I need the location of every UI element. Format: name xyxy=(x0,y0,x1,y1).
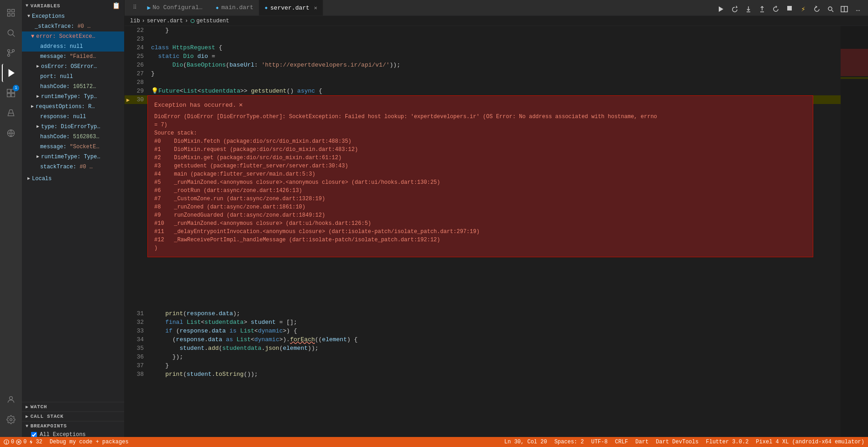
svg-point-4 xyxy=(8,30,13,35)
extensions-icon[interactable]: 1 xyxy=(2,84,20,102)
split-editor-button[interactable] xyxy=(838,3,851,16)
svg-line-5 xyxy=(13,35,15,37)
server-dart-label: server.dart xyxy=(270,5,309,11)
svg-marker-32 xyxy=(30,440,32,445)
debug-session-item[interactable]: Debug my code + packages xyxy=(50,439,129,445)
minimap xyxy=(841,26,868,437)
cursor-position[interactable]: Ln 30, Col 20 xyxy=(504,439,547,445)
grip-button[interactable]: ⠿ xyxy=(128,1,141,14)
watch-section: ▶ WATCH xyxy=(22,402,124,411)
no-config-tab[interactable]: ▶ No Configural… xyxy=(143,0,207,16)
full-reload-button[interactable] xyxy=(810,3,823,16)
line-25: 25 static Dio dio = xyxy=(125,52,841,61)
exception-body: DioError (DioError [DioErrorType.other]:… xyxy=(154,113,806,252)
message-item[interactable]: message: "Failed… xyxy=(22,52,124,62)
main-dart-tab[interactable]: ◆ main.dart xyxy=(210,0,259,16)
step-over-button[interactable] xyxy=(728,3,741,16)
settings-icon[interactable] xyxy=(2,411,20,429)
svg-rect-10 xyxy=(7,89,11,93)
more-actions-button[interactable]: … xyxy=(852,3,864,16)
debug-run-icon[interactable] xyxy=(2,64,20,82)
source-control-icon[interactable] xyxy=(2,44,20,62)
breakpoints-label: BREAKPOINTS xyxy=(31,423,67,429)
hashcode2-item[interactable]: hashCode: 5162863… xyxy=(22,132,124,142)
cursor-position-label: Ln 30, Col 20 xyxy=(504,439,547,445)
stop-button[interactable] xyxy=(783,3,796,16)
run-icon: ▶ xyxy=(147,4,151,11)
server-dart-tab[interactable]: ◆ server.dart ✕ xyxy=(259,0,323,16)
hashcode1-item[interactable]: hashCode: 105172… xyxy=(22,82,124,92)
indentation-item[interactable]: Spaces: 2 xyxy=(554,439,584,445)
error-icon xyxy=(16,439,21,445)
variables-section-header[interactable]: ▼ VARIABLES 📋 xyxy=(22,0,124,11)
indentation-label: Spaces: 2 xyxy=(554,439,584,445)
account-icon[interactable] xyxy=(2,390,20,409)
line-35: 35 student.add(studentdata.json(element)… xyxy=(125,344,841,353)
dart-devtools-item[interactable]: Dart DevTools xyxy=(656,439,699,445)
line-33: 33 if (response.data is List<dynamic>) { xyxy=(125,327,841,335)
line-ending-item[interactable]: CRLF xyxy=(615,439,628,445)
svg-rect-2 xyxy=(8,14,10,16)
debug-indicator[interactable]: 0 0 32 xyxy=(4,439,42,445)
exception-close-button[interactable]: ✕ xyxy=(239,100,242,110)
explorer-icon[interactable] xyxy=(2,4,20,22)
activity-bar-bottom xyxy=(2,390,20,429)
remote-icon[interactable] xyxy=(2,124,20,142)
variables-action[interactable]: 📋 xyxy=(112,2,120,10)
runtime-type2-item[interactable]: ▶ runtimeType: Type… xyxy=(22,152,124,162)
breadcrumb-lib[interactable]: lib xyxy=(130,18,140,24)
svg-point-8 xyxy=(12,50,15,52)
main-dart-label: main.dart xyxy=(221,4,253,11)
line-36: 36 }); xyxy=(125,353,841,361)
flutter-version-item[interactable]: Flutter 3.0.2 xyxy=(706,439,749,445)
type-item[interactable]: ▶ type: DioErrorTyp… xyxy=(22,122,124,132)
search-icon[interactable] xyxy=(2,24,20,42)
line-32: 32 final List<studentdata> student = []; xyxy=(125,318,841,327)
address-item[interactable]: address: null xyxy=(22,42,124,52)
breadcrumb-symbol[interactable]: getstudent xyxy=(196,18,229,24)
locals-group[interactable]: ▶ Locals xyxy=(22,174,124,184)
stack-trace-item[interactable]: _stackTrace: #0 … xyxy=(22,21,124,31)
hot-reload-button[interactable]: ⚡ xyxy=(797,3,810,16)
language-mode-item[interactable]: Dart xyxy=(635,439,648,445)
exception-heading: Exception has occurred. xyxy=(154,101,236,110)
response-item[interactable]: response: null xyxy=(22,112,124,122)
debug-toolbar: ⠿ ▶ No Configural… xyxy=(125,0,210,16)
server-dot-icon: ◆ xyxy=(265,5,267,10)
svg-rect-1 xyxy=(12,10,15,12)
os-error-item[interactable]: ▶ osError: OSError… xyxy=(22,62,124,72)
search-editor-button[interactable] xyxy=(824,3,837,16)
encoding-item[interactable]: UTF-8 xyxy=(591,439,607,445)
code-editor[interactable]: 22 } 23 24 class HttpsReguest { 25 stati… xyxy=(125,26,841,437)
restart-button[interactable] xyxy=(769,3,782,16)
step-into-button[interactable] xyxy=(742,3,755,16)
runtime-type-label: runtimeType: Typ… xyxy=(41,92,97,101)
call-stack-header[interactable]: ▶ CALL STACK xyxy=(22,412,124,421)
exceptions-group[interactable]: ▼ Exceptions xyxy=(22,11,124,21)
runtime-type-item[interactable]: ▶ runtimeType: Typ… xyxy=(22,92,124,102)
breakpoints-header[interactable]: ▼ BREAKPOINTS xyxy=(22,421,124,431)
breadcrumb-sep2: › xyxy=(185,18,188,24)
runtime-type2-label: runtimeType: Type… xyxy=(41,152,100,161)
breadcrumb-file[interactable]: server.dart xyxy=(147,18,183,24)
status-bar: 0 0 32 Debug my code + packages Ln 30, C… xyxy=(0,437,868,447)
step-out-button[interactable] xyxy=(756,3,769,16)
error-item[interactable]: ▼ error: SocketExce… xyxy=(22,31,124,42)
continue-button[interactable] xyxy=(715,3,727,16)
minimap-pause-indicator xyxy=(841,77,868,79)
port-item[interactable]: port: null xyxy=(22,72,124,82)
sidebar: ▼ VARIABLES 📋 ▼ Exceptions _stackTrace: … xyxy=(22,0,125,447)
line-27: 27 } xyxy=(125,69,841,78)
device-item[interactable]: Pixel 4 XL (android-x64 emulator) xyxy=(756,439,864,445)
stack-trace2-item[interactable]: stackTrace: #0 … xyxy=(22,162,124,172)
debug-flash-icon xyxy=(28,439,34,445)
svg-rect-0 xyxy=(8,10,10,12)
request-options-item[interactable]: ▶ requestOptions: R… xyxy=(22,102,124,112)
server-dart-close[interactable]: ✕ xyxy=(314,5,317,11)
watch-header[interactable]: ▶ WATCH xyxy=(22,402,124,411)
testing-icon[interactable] xyxy=(2,104,20,122)
svg-point-28 xyxy=(6,443,7,444)
encoding-label: UTF-8 xyxy=(591,439,607,445)
message2-item[interactable]: message: "SocketE… xyxy=(22,142,124,152)
svg-rect-12 xyxy=(7,94,11,97)
